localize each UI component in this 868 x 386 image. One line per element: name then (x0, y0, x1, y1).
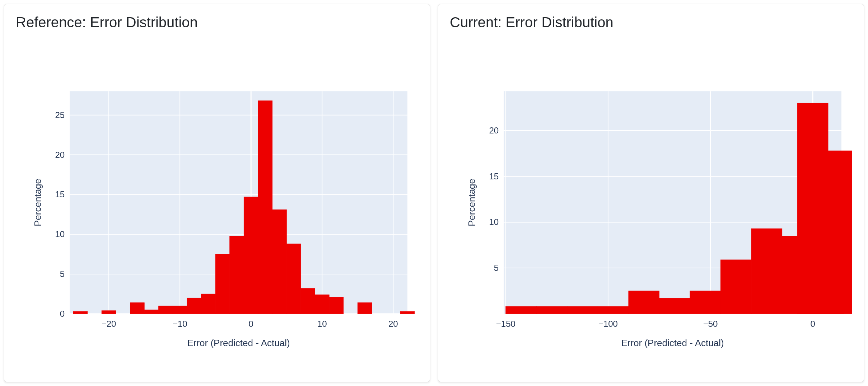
card-reference: Reference: Error Distribution −20−100102… (4, 4, 430, 382)
histogram-bar (358, 303, 372, 314)
histogram-bar (201, 294, 216, 314)
histogram-bar (690, 291, 721, 314)
chart-reference[interactable]: −20−10010200510152025Error (Predicted - … (16, 33, 418, 372)
histogram-bar (144, 310, 159, 314)
histogram-bar (258, 101, 272, 314)
x-tick-label: 10 (317, 319, 327, 329)
x-tick-label: −10 (173, 319, 187, 329)
chart-wrap-current: −150−100−5005101520Error (Predicted - Ac… (450, 33, 852, 372)
histogram-bar (598, 306, 629, 314)
x-tick-label: −150 (496, 319, 515, 329)
histogram-bar (315, 295, 329, 314)
y-tick-label: 5 (494, 263, 499, 273)
histogram-bar (751, 229, 782, 314)
y-tick-label: 20 (489, 126, 499, 135)
y-axis-title: Percentage (466, 179, 477, 226)
card-title-current: Current: Error Distribution (450, 14, 852, 30)
histogram-bar (721, 260, 752, 314)
x-tick-label: 20 (388, 319, 398, 329)
x-tick-label: −100 (598, 319, 618, 329)
y-tick-label: 20 (55, 150, 65, 160)
x-axis-title: Error (Predicted - Actual) (621, 338, 724, 348)
x-tick-label: 0 (249, 319, 253, 329)
card-current: Current: Error Distribution −150−100−500… (438, 4, 864, 382)
x-axis-title: Error (Predicted - Actual) (187, 338, 290, 348)
histogram-bar (159, 306, 173, 314)
page-root: Reference: Error Distribution −20−100102… (0, 0, 868, 386)
histogram-bar (567, 306, 598, 314)
y-tick-label: 15 (55, 189, 65, 199)
histogram-bar (659, 298, 690, 314)
histogram-bar (629, 291, 659, 314)
y-tick-label: 5 (60, 269, 65, 279)
x-tick-label: −50 (703, 319, 718, 329)
histogram-bar (329, 297, 344, 314)
histogram-bar (400, 311, 415, 314)
histogram-bar (272, 210, 287, 314)
histogram-bar (73, 311, 88, 314)
histogram-bar (130, 303, 144, 314)
histogram-bar (230, 236, 244, 314)
y-axis-title: Percentage (32, 179, 43, 226)
y-tick-label: 10 (489, 217, 499, 227)
y-tick-label: 10 (55, 229, 65, 239)
histogram-bar (301, 288, 315, 314)
y-tick-label: 15 (489, 171, 499, 181)
x-tick-label: −20 (102, 319, 116, 329)
histogram-bar (828, 151, 852, 314)
x-tick-label: 0 (810, 319, 815, 329)
card-title-reference: Reference: Error Distribution (16, 14, 418, 30)
histogram-bar (244, 197, 258, 314)
histogram-bar (536, 306, 567, 314)
chart-current[interactable]: −150−100−5005101520Error (Predicted - Ac… (450, 33, 852, 372)
histogram-bar (215, 254, 230, 314)
histogram-bar (286, 244, 301, 314)
histogram-bar (187, 298, 201, 314)
histogram-bar (506, 306, 537, 314)
histogram-bar (102, 311, 116, 314)
y-tick-label: 0 (60, 309, 65, 319)
histogram-bar (797, 103, 828, 314)
chart-wrap-reference: −20−10010200510152025Error (Predicted - … (16, 33, 418, 372)
y-tick-label: 25 (55, 110, 65, 120)
histogram-bar (173, 306, 187, 314)
